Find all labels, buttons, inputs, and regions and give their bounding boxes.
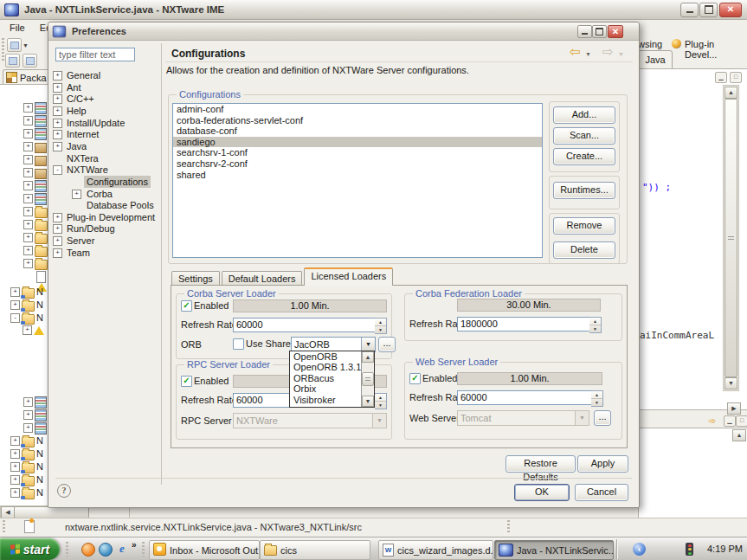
toolbar-new-wizard-icon[interactable] (7, 38, 22, 52)
quicklaunch-grip[interactable] (66, 542, 68, 557)
menu-file[interactable]: File (3, 20, 31, 35)
config-list-item-corba-federations-servlet-conf[interactable]: corba-federations-servlet-conf (173, 115, 542, 126)
quicklaunch-icon-1[interactable] (81, 543, 95, 557)
config-list-item-sandiego[interactable]: sandiego (173, 137, 542, 148)
help-button[interactable]: ? (57, 484, 71, 498)
pref-tree-item-team[interactable]: +Team (48, 247, 159, 259)
pref-tree-item-configurations[interactable]: Configurations (48, 176, 159, 188)
web-server-browse-button[interactable]: ... (594, 410, 611, 426)
dropdown-option-openorb[interactable]: OpenORB (290, 351, 363, 362)
federation-refresh-input[interactable]: 1800000 (457, 317, 590, 331)
pref-tree-item-general[interactable]: +General (48, 69, 159, 81)
scroll-thumb[interactable] (724, 99, 737, 377)
pane-divider[interactable] (161, 43, 162, 485)
pref-tree-item-c-c[interactable]: +C/C++ (48, 93, 159, 105)
filter-input[interactable] (55, 48, 135, 61)
tray-hide-icons-icon[interactable]: ‹ (633, 543, 646, 556)
dropdown-option-orbix[interactable]: Orbix (290, 383, 363, 394)
tasks-grip[interactable] (142, 542, 145, 557)
runtimes-button[interactable]: Runtimes... (553, 182, 615, 199)
config-list-item-searchsrv-1-conf[interactable]: searchsrv-1-conf (173, 147, 542, 158)
web-enabled-checkbox[interactable] (409, 373, 421, 384)
config-list-item-shared[interactable]: shared (173, 170, 542, 181)
tree-expander-icon[interactable]: + (72, 190, 81, 199)
spin-down-icon[interactable]: ▼ (591, 399, 602, 406)
spin-down-icon[interactable]: ▼ (375, 402, 386, 409)
tree-expander-icon[interactable]: + (53, 83, 62, 93)
dropdown-option-visibroker[interactable]: Visibroker (290, 395, 363, 405)
nav-forward-caret-icon[interactable]: ▼ (618, 51, 624, 57)
tree-expander-icon[interactable]: + (10, 287, 20, 297)
dropdown-scrollbar[interactable]: ▲ ▼ (361, 351, 374, 407)
configurations-list[interactable]: admin-confcorba-federations-servlet-conf… (172, 103, 543, 258)
tree-expander-icon[interactable]: + (10, 300, 20, 310)
toolbar-grip[interactable] (2, 38, 4, 62)
spin-down-icon[interactable]: ▼ (589, 325, 601, 332)
create-button[interactable]: Create... (553, 148, 615, 165)
tree-expander-icon[interactable]: + (23, 246, 33, 255)
start-button[interactable]: start (0, 538, 60, 560)
add-button[interactable]: Add... (553, 106, 615, 124)
scroll-down-icon[interactable]: ▼ (362, 396, 374, 407)
scroll-left-icon[interactable]: ◀ (1, 506, 15, 518)
dialog-close-button[interactable]: ✕ (608, 25, 623, 38)
editor-maximize-icon[interactable]: □ (730, 72, 742, 83)
apply-button[interactable]: Apply (577, 455, 628, 473)
pref-tree-item-nxtware[interactable]: -NXTWare (48, 164, 159, 176)
tree-expander-icon[interactable]: + (23, 142, 33, 151)
main-minimize-button[interactable] (680, 3, 699, 17)
tree-expander-icon[interactable]: + (53, 142, 62, 151)
corba-refresh-input[interactable]: 60000 (233, 318, 376, 332)
tree-expander-icon[interactable]: + (10, 462, 20, 472)
tab-settings[interactable]: Settings (171, 271, 220, 286)
tree-expander-icon[interactable]: + (23, 233, 33, 242)
spin-up-icon[interactable]: ▲ (375, 394, 386, 402)
tree-expander-icon[interactable]: + (53, 224, 62, 234)
tree-expander-icon[interactable]: + (23, 155, 33, 164)
taskbar-task-cics[interactable]: cics (260, 540, 370, 560)
tree-expander-icon[interactable]: + (10, 488, 20, 498)
tree-expander-icon[interactable]: + (23, 103, 33, 113)
tree-expander-icon[interactable]: + (23, 168, 33, 177)
tree-expander-icon[interactable]: + (53, 130, 62, 139)
tree-expander-icon[interactable]: + (23, 181, 33, 190)
tree-expander-icon[interactable]: + (53, 71, 62, 80)
editor-vscrollbar[interactable]: ▲ ▼ (723, 85, 739, 391)
spin-up-icon[interactable]: ▲ (589, 318, 601, 325)
tree-expander-icon[interactable]: + (10, 436, 20, 446)
config-list-item-admin-conf[interactable]: admin-conf (173, 104, 542, 115)
quicklaunch-overflow-icon[interactable]: » (132, 540, 137, 550)
quicklaunch-ie-icon[interactable]: e (116, 543, 128, 555)
dropdown-option-orbacus[interactable]: ORBacus (290, 373, 363, 383)
taskbar-task-java-nxtlinkservic[interactable]: Java - NXTLinkServic... (494, 540, 614, 560)
dialog-maximize-button[interactable] (592, 25, 607, 38)
cancel-button[interactable]: Cancel (575, 484, 628, 501)
ok-button[interactable]: OK (514, 484, 570, 501)
web-refresh-input[interactable]: 60000 (457, 390, 592, 405)
nav-back-caret-icon[interactable]: ▼ (585, 51, 591, 57)
pref-tree-item-database-pools[interactable]: Database Pools (48, 199, 159, 211)
config-list-item-searchsrv-2-conf[interactable]: searchsrv-2-conf (173, 158, 542, 170)
federation-refresh-spinner[interactable]: ▲▼ (589, 317, 602, 333)
tree-expander-icon[interactable]: - (53, 165, 62, 175)
tree-expander-icon[interactable]: + (23, 194, 33, 203)
pref-tree-item-help[interactable]: +Help (48, 105, 159, 117)
perspective-browsing-label[interactable]: wsing (638, 39, 662, 49)
tab-default-loaders[interactable]: Default Loaders (222, 271, 303, 286)
tree-expander-icon[interactable]: + (23, 259, 33, 268)
lower-scroll-up-icon[interactable]: ▲ (732, 429, 746, 441)
toolbar-icon-2[interactable] (5, 54, 20, 68)
tree-expander-icon[interactable]: + (23, 220, 33, 229)
config-list-item-database-conf[interactable]: database-conf (173, 126, 542, 137)
lower-view-maximize-icon[interactable]: □ (736, 415, 747, 427)
perspective-plugin-label[interactable]: Plug-in Devel... (685, 39, 747, 60)
tab-licensed-loaders[interactable]: Licensed Loaders (304, 267, 393, 286)
pref-tree-item-java[interactable]: +Java (48, 140, 159, 152)
use-shared-checkbox[interactable] (233, 338, 244, 350)
corba-refresh-spinner[interactable]: ▲▼ (375, 318, 387, 334)
tree-expander-icon[interactable]: + (53, 213, 62, 222)
tree-expander-icon[interactable]: + (53, 248, 62, 258)
toolbar-icon-3[interactable] (23, 54, 37, 68)
delete-button[interactable]: Delete (553, 241, 615, 259)
quicklaunch-icon-2[interactable] (99, 543, 113, 557)
